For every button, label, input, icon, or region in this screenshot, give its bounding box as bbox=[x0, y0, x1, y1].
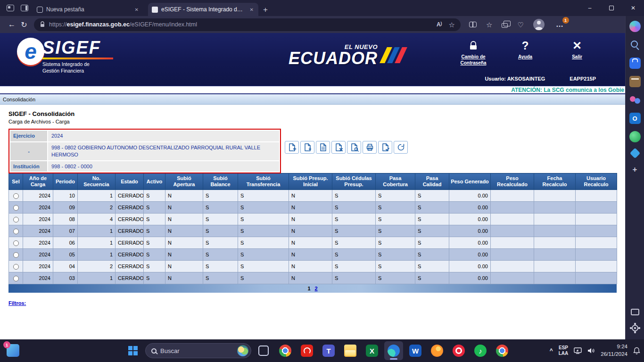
table-row[interactable]: 2024 07 1 CERRADO S N S S N S S S bbox=[9, 225, 617, 237]
app-opera[interactable] bbox=[449, 341, 468, 360]
taskbar-search[interactable]: Buscar bbox=[145, 343, 251, 358]
outlook-icon[interactable] bbox=[629, 113, 641, 124]
people-icon[interactable] bbox=[629, 94, 641, 106]
row-select-radio[interactable] bbox=[13, 217, 19, 222]
clock[interactable]: 9:24 26/11/2024 bbox=[601, 343, 627, 358]
row-select-radio[interactable] bbox=[13, 240, 19, 246]
row-select-radio[interactable] bbox=[13, 252, 19, 258]
shopping-icon[interactable] bbox=[629, 58, 641, 69]
address-bar[interactable]: https://esigef.finanzas.gob.ec/eSIGEF/me… bbox=[34, 18, 461, 31]
refresh-icon[interactable]: ↻ bbox=[18, 20, 30, 29]
tab-actions-icon[interactable] bbox=[21, 5, 28, 11]
cell-balance: S bbox=[203, 261, 238, 272]
close-button[interactable]: ✕ bbox=[622, 0, 644, 16]
favorite-star-icon[interactable]: ☆ bbox=[449, 21, 455, 28]
table-row[interactable]: 2024 03 1 CERRADO S N S S N S S S bbox=[9, 272, 617, 284]
cell-usuario-recalculo bbox=[576, 225, 617, 237]
green-app-icon[interactable] bbox=[629, 131, 641, 142]
browser-essentials-icon[interactable]: ♡ bbox=[517, 21, 523, 28]
cell-apertura: N bbox=[165, 225, 203, 237]
tray-chevron-icon[interactable]: ^ bbox=[550, 347, 553, 354]
start-button[interactable] bbox=[124, 341, 142, 360]
create-record-icon[interactable] bbox=[285, 141, 299, 154]
view-record-icon[interactable] bbox=[347, 141, 361, 154]
row-select-radio[interactable] bbox=[13, 276, 19, 281]
table-row[interactable]: 2024 10 1 CERRADO S N S S N S S S bbox=[9, 190, 617, 202]
save-record-icon[interactable] bbox=[300, 141, 314, 154]
row-select-cell bbox=[9, 249, 23, 261]
copilot-icon[interactable] bbox=[629, 21, 641, 32]
column-header: Fecha Recalculo bbox=[534, 173, 576, 190]
breadcrumb-item[interactable]: Consolidación bbox=[3, 97, 35, 102]
approve-record-icon[interactable] bbox=[378, 141, 392, 154]
tab-close-icon[interactable]: ✕ bbox=[134, 6, 140, 13]
modify-record-icon[interactable] bbox=[316, 141, 330, 154]
tools-icon[interactable] bbox=[629, 76, 641, 87]
app-task-view[interactable] bbox=[254, 341, 273, 360]
app-edge[interactable] bbox=[384, 341, 403, 360]
app-firefox[interactable] bbox=[428, 341, 446, 360]
announcement-marquee: ATENCIÓN: La SCG comunica a los Gobie bbox=[0, 86, 625, 94]
row-select-radio[interactable] bbox=[13, 264, 19, 270]
cell-peso-recalculado bbox=[491, 237, 534, 249]
minimize-button[interactable]: – bbox=[579, 0, 601, 16]
app-excel[interactable]: X bbox=[363, 341, 381, 360]
table-row[interactable]: 2024 06 1 CERRADO S N S S N S S S bbox=[9, 237, 617, 249]
table-row[interactable]: 2024 04 2 CERRADO S N S S N S S S bbox=[9, 261, 617, 272]
form-value-ejercicio: 2024 bbox=[48, 131, 279, 141]
cell-cedulas: S bbox=[332, 237, 376, 249]
edge-sidebar bbox=[625, 16, 644, 339]
help-button[interactable]: ? Ayuda bbox=[506, 39, 544, 66]
new-tab-button[interactable]: + bbox=[263, 6, 268, 14]
language-indicator[interactable]: ESPLAA bbox=[559, 345, 569, 357]
notification-bell-icon[interactable] bbox=[633, 347, 640, 354]
cell-activo: S bbox=[144, 272, 165, 284]
tab-close-icon[interactable]: ✕ bbox=[249, 6, 255, 13]
filters-link[interactable]: Filtros: bbox=[8, 300, 26, 306]
app-chrome-2[interactable] bbox=[493, 341, 512, 360]
change-password-button[interactable]: Cambio de Contraseña bbox=[454, 39, 492, 66]
maximize-button[interactable] bbox=[601, 0, 622, 16]
reverse-record-icon[interactable] bbox=[394, 141, 408, 154]
app-spotify[interactable]: ♪ bbox=[471, 341, 490, 360]
delete-record-icon[interactable] bbox=[331, 141, 346, 154]
row-select-radio[interactable] bbox=[13, 193, 19, 199]
split-screen-icon[interactable] bbox=[469, 22, 477, 27]
drop-icon[interactable] bbox=[629, 148, 640, 159]
collections-icon[interactable] bbox=[502, 23, 508, 28]
search-icon[interactable] bbox=[629, 39, 641, 50]
row-select-radio[interactable] bbox=[13, 229, 19, 234]
browser-tab-esigef[interactable]: eSIGEF - Sistema Integrado de G ✕ bbox=[148, 3, 258, 16]
column-header: Usuario Recalculo bbox=[576, 173, 617, 190]
app-file-explorer[interactable] bbox=[341, 341, 360, 360]
taskbar-widget-icon[interactable]: 1 bbox=[7, 344, 19, 357]
cell-anio: 2024 bbox=[23, 225, 53, 237]
volume-icon[interactable] bbox=[587, 347, 595, 354]
browser-tab-new[interactable]: Nueva pestaña ✕ bbox=[33, 3, 143, 16]
cast-icon[interactable] bbox=[574, 347, 582, 354]
add-icon[interactable] bbox=[629, 164, 641, 175]
app-teams[interactable]: T bbox=[319, 341, 338, 360]
row-select-radio[interactable] bbox=[13, 205, 19, 211]
app-chrome[interactable] bbox=[276, 341, 295, 360]
table-row[interactable]: 2024 08 4 CERRADO S N S S N S S S bbox=[9, 214, 617, 225]
favorites-hub-icon[interactable]: ☆ bbox=[486, 21, 492, 28]
print-icon[interactable] bbox=[363, 141, 377, 154]
pagination-page-1[interactable]: 1 bbox=[307, 286, 310, 291]
app-acrobat[interactable] bbox=[297, 341, 316, 360]
read-aloud-icon[interactable]: A) bbox=[437, 21, 442, 28]
cell-cobertura: S bbox=[376, 261, 415, 272]
settings-gear-icon[interactable] bbox=[629, 322, 641, 334]
app-word[interactable]: W bbox=[406, 341, 425, 360]
workspaces-icon[interactable] bbox=[7, 5, 14, 11]
table-row[interactable]: 2024 09 2 CERRADO S N S S N S S S bbox=[9, 202, 617, 214]
settings-more-icon[interactable]: …1 bbox=[554, 19, 566, 30]
pagination-page-2[interactable]: 2 bbox=[315, 286, 318, 291]
panel-icon[interactable] bbox=[631, 309, 639, 315]
back-icon[interactable]: ← bbox=[6, 20, 18, 29]
exit-button[interactable]: ✕ Salir bbox=[558, 39, 596, 66]
profile-avatar[interactable] bbox=[533, 19, 545, 30]
search-placeholder: Buscar bbox=[160, 347, 233, 354]
table-row[interactable]: 2024 05 1 CERRADO S N S S N S S S bbox=[9, 249, 617, 261]
form-value-institucion: 998 - 0802 - 0000 bbox=[48, 161, 279, 172]
